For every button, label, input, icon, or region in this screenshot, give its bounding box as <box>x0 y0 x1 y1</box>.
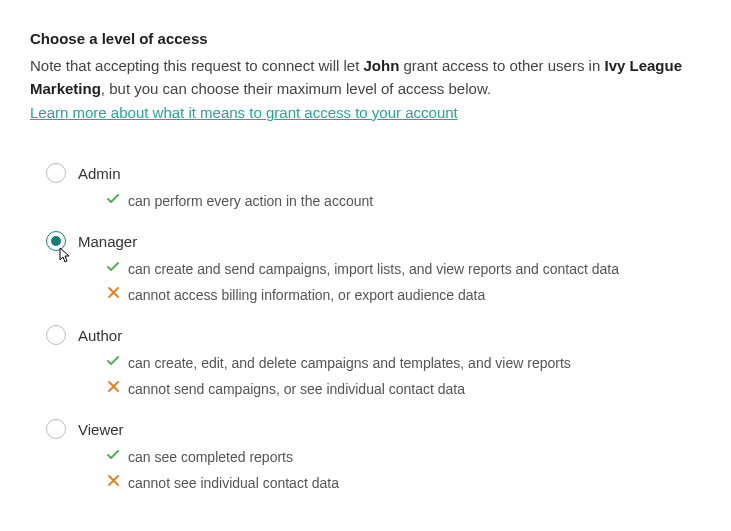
option-label-manager: Manager <box>78 233 137 250</box>
cross-icon <box>106 381 120 392</box>
cursor-icon <box>56 247 72 268</box>
feature-line: can perform every action in the account <box>106 193 701 209</box>
option-label-author: Author <box>78 327 122 344</box>
radio-admin[interactable] <box>46 163 66 183</box>
feature-line: cannot send campaigns, or see individual… <box>106 381 701 397</box>
cross-icon <box>106 475 120 486</box>
feature-text: can perform every action in the account <box>128 193 373 209</box>
note-prefix: Note that accepting this request to conn… <box>30 57 364 74</box>
note-middle: grant access to other users in <box>399 57 604 74</box>
page-heading: Choose a level of access <box>30 30 701 47</box>
option-viewer: Viewer can see completed reports cannot … <box>46 419 701 491</box>
feature-text: can create, edit, and delete campaigns a… <box>128 355 571 371</box>
feature-line: can create and send campaigns, import li… <box>106 261 701 277</box>
features-author: can create, edit, and delete campaigns a… <box>46 355 701 397</box>
option-header-manager[interactable]: Manager <box>46 231 701 251</box>
feature-line: cannot access billing information, or ex… <box>106 287 701 303</box>
check-icon <box>106 193 120 205</box>
option-header-author[interactable]: Author <box>46 325 701 345</box>
option-label-viewer: Viewer <box>78 421 124 438</box>
note-suffix: , but you can choose their maximum level… <box>101 80 491 97</box>
feature-line: can create, edit, and delete campaigns a… <box>106 355 701 371</box>
check-icon <box>106 449 120 461</box>
radio-viewer[interactable] <box>46 419 66 439</box>
option-admin: Admin can perform every action in the ac… <box>46 163 701 209</box>
options-list: Admin can perform every action in the ac… <box>30 163 701 491</box>
feature-text: cannot send campaigns, or see individual… <box>128 381 465 397</box>
option-manager: Manager can create and send campaigns, i… <box>46 231 701 303</box>
check-icon <box>106 355 120 367</box>
features-viewer: can see completed reports cannot see ind… <box>46 449 701 491</box>
feature-line: cannot see individual contact data <box>106 475 701 491</box>
feature-line: can see completed reports <box>106 449 701 465</box>
learn-more-link[interactable]: Learn more about what it means to grant … <box>30 104 458 121</box>
note-text: Note that accepting this request to conn… <box>30 55 701 100</box>
feature-text: can see completed reports <box>128 449 293 465</box>
option-author: Author can create, edit, and delete camp… <box>46 325 701 397</box>
check-icon <box>106 261 120 273</box>
feature-text: cannot access billing information, or ex… <box>128 287 485 303</box>
cross-icon <box>106 287 120 298</box>
feature-text: can create and send campaigns, import li… <box>128 261 619 277</box>
radio-author[interactable] <box>46 325 66 345</box>
note-user: John <box>364 57 400 74</box>
feature-text: cannot see individual contact data <box>128 475 339 491</box>
features-admin: can perform every action in the account <box>46 193 701 209</box>
features-manager: can create and send campaigns, import li… <box>46 261 701 303</box>
option-header-admin[interactable]: Admin <box>46 163 701 183</box>
option-label-admin: Admin <box>78 165 121 182</box>
option-header-viewer[interactable]: Viewer <box>46 419 701 439</box>
